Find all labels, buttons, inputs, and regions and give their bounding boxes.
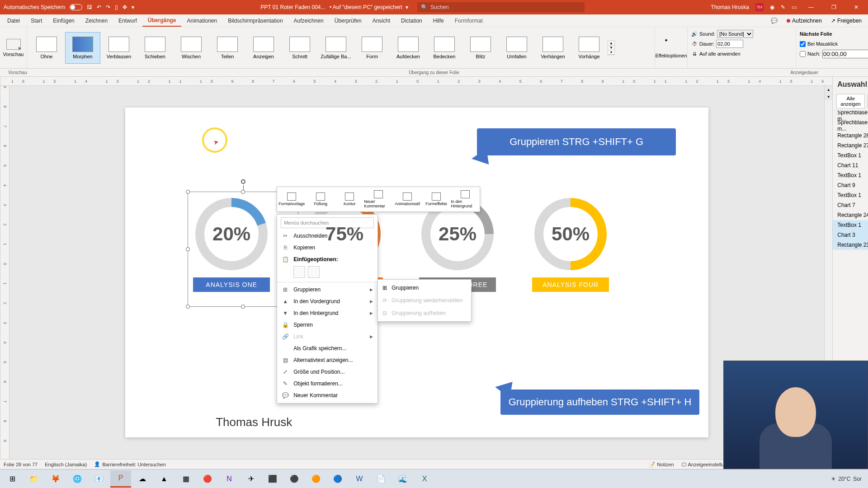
handle-sw[interactable] (186, 305, 190, 309)
selection-item[interactable]: TextBox 1👁🔓 (833, 150, 868, 160)
scroll-down-icon[interactable]: ▼ (825, 93, 832, 100)
mt-kontur[interactable]: Kontur (335, 187, 364, 211)
tab-bildschirmpraesentation[interactable]: Bildschirmpräsentation (222, 14, 288, 27)
notes-button[interactable]: 📝 Notizen (649, 461, 674, 467)
tab-start[interactable]: Start (25, 14, 47, 27)
edge-icon[interactable]: 🌊 (392, 470, 413, 488)
coming-soon-icon[interactable]: ◉ (770, 4, 774, 10)
transition-vorhaenge[interactable]: Vorhänge (571, 32, 607, 64)
selection-item[interactable]: Rectangle 28👁🔓 (833, 131, 868, 141)
selection-item[interactable]: Rectangle 27👁🔓 (833, 141, 868, 150)
tab-datei[interactable]: Datei (2, 14, 25, 27)
app-icon-5[interactable]: 🟠 (306, 470, 326, 488)
tab-uebergaenge[interactable]: Übergänge (142, 14, 182, 27)
selection-item[interactable]: TextBox 1👁🔓 (833, 220, 868, 230)
selection-item[interactable]: Rectangle 23👁🔓 (833, 240, 868, 250)
ctx-size-pos[interactable]: ⤢Größe und Position... (277, 366, 377, 378)
tab-ansicht[interactable]: Ansicht (367, 14, 396, 27)
after-input[interactable] (822, 50, 868, 58)
mt-formeffekte[interactable]: Formeffekte (422, 187, 451, 211)
ctxsub-group[interactable]: ⊞Gruppieren (378, 282, 471, 294)
outlook-icon[interactable]: 📧 (89, 470, 109, 488)
accessibility[interactable]: 👤 Barrierefreiheit: Untersuchen (94, 461, 166, 467)
tab-formformat[interactable]: Formformat (449, 14, 488, 27)
save-icon[interactable]: 🖫 (87, 4, 92, 10)
ctx-alt-text[interactable]: ▤Alternativtext anzeigen... (277, 354, 377, 366)
transition-verblassen[interactable]: Verblassen (101, 32, 137, 64)
rotation-handle[interactable] (241, 179, 245, 184)
transition-zufaellige[interactable]: Zufällige Ba... (318, 32, 354, 64)
scroll-up-icon[interactable]: ▲ (825, 86, 832, 93)
weather-widget[interactable]: ☀ 20°C Sor (826, 476, 867, 482)
touch-mode-icon[interactable]: ✥ (123, 4, 127, 10)
donut-3-wrap[interactable]: 25% ANALYSIS THREE (419, 198, 496, 292)
callout-ungroup[interactable]: Gruppierung aufheben STRG +SHIFT+ H (500, 389, 699, 415)
search-box[interactable]: 🔍 Suchen (417, 2, 585, 12)
selection-item[interactable]: Chart 11👁🔓 (833, 160, 868, 170)
webex-icon[interactable]: ✎ (781, 4, 785, 10)
after-checkbox[interactable] (800, 51, 806, 57)
slide-canvas[interactable]: ➤ Gruppieren STRG +SHIFT+ G Gruppierung … (9, 86, 824, 459)
transition-schnitt[interactable]: Schnitt (282, 32, 317, 64)
app-icon-6[interactable]: 🔵 (327, 470, 348, 488)
chrome-icon[interactable]: 🌐 (67, 470, 88, 488)
transition-umfallen[interactable]: Umfallen (499, 32, 534, 64)
mt-animationsstil[interactable]: Animationsstil (393, 187, 422, 211)
show-all-button[interactable]: Alle anzeigen (836, 94, 865, 108)
username[interactable]: Thomas Hruska (711, 4, 749, 10)
transition-schieben[interactable]: Schieben (137, 32, 173, 64)
filename-dropdown-icon[interactable]: ▾ (406, 4, 408, 10)
transition-anzeigen[interactable]: Anzeigen (246, 32, 281, 64)
vlc-icon[interactable]: ▲ (154, 470, 175, 488)
tab-zeichnen[interactable]: Zeichnen (80, 14, 113, 27)
record-button[interactable]: Aufzeichnen (782, 18, 826, 24)
obs-icon[interactable]: ⚫ (284, 470, 305, 488)
ctx-format-obj[interactable]: ✎Objekt formatieren... (277, 378, 377, 389)
ctx-bring-front[interactable]: ▲In den Vordergrund▶ (277, 296, 377, 307)
excel-icon[interactable]: X (414, 470, 435, 488)
app-icon-7[interactable]: 📄 (371, 470, 392, 488)
effect-options[interactable]: ✦ Effektoptionen (655, 27, 687, 68)
selection-item[interactable]: Chart 3👁🔓 (833, 230, 868, 240)
on-click-checkbox[interactable] (800, 41, 806, 47)
gallery-scroll[interactable]: ▲▼▾ (608, 41, 615, 55)
transition-aufdecken[interactable]: Aufdecken (391, 32, 426, 64)
transition-ohne[interactable]: Ohne (29, 32, 64, 64)
comments-icon[interactable]: 💬 (766, 18, 782, 24)
duration-input[interactable] (716, 40, 743, 48)
start-button[interactable]: ⊞ (2, 470, 23, 488)
app-icon-4[interactable]: ⬛ (262, 470, 283, 488)
transition-form[interactable]: Form (354, 32, 390, 64)
present-from-start-icon[interactable]: ▯ (115, 4, 118, 10)
onenote-icon[interactable]: N (219, 470, 240, 488)
window-layout-icon[interactable]: ▭ (792, 4, 797, 10)
redo-icon[interactable]: ↷ (106, 4, 110, 10)
paste-opt-2[interactable] (308, 266, 320, 278)
powerpoint-icon[interactable]: P (110, 470, 131, 488)
transition-wischen[interactable]: Wischen (174, 32, 209, 64)
mt-formatvorlage[interactable]: Formatvorlage (277, 187, 306, 211)
handle-s[interactable] (241, 305, 245, 309)
tab-entwurf[interactable]: Entwurf (113, 14, 142, 27)
handle-n[interactable] (241, 190, 245, 194)
slide-info[interactable]: Folie 28 von 77 (4, 462, 38, 467)
tab-ueberpruefen[interactable]: Überprüfen (329, 14, 367, 27)
ctx-send-back[interactable]: ▼In den Hintergrund▶ (277, 307, 377, 319)
telegram-icon[interactable]: ✈ (241, 470, 261, 488)
tab-einfuegen[interactable]: Einfügen (47, 14, 80, 27)
minimize-icon[interactable]: — (803, 4, 819, 10)
selection-item[interactable]: Sprechblase: rechteckig m...👁🔓 (833, 121, 868, 131)
handle-nw[interactable] (186, 190, 190, 194)
undo-icon[interactable]: ↶ (97, 4, 101, 10)
ctx-lock[interactable]: 🔒Sperren (277, 319, 377, 331)
share-button[interactable]: ↗ Freigeben (826, 18, 866, 24)
transition-blitz[interactable]: Blitz (463, 32, 498, 64)
filename[interactable]: PPT 01 Roter Faden 004... (260, 4, 325, 10)
selection-item[interactable]: Rectangle 24👁🔓 (833, 210, 868, 220)
apply-all-label[interactable]: Auf alle anwenden (699, 51, 741, 56)
transition-morphen[interactable]: Morphen (65, 32, 100, 64)
close-icon[interactable]: ✕ (848, 4, 864, 10)
tab-hilfe[interactable]: Hilfe (428, 14, 449, 27)
language[interactable]: Englisch (Jamaika) (45, 462, 87, 467)
app-icon-2[interactable]: ▦ (175, 470, 196, 488)
